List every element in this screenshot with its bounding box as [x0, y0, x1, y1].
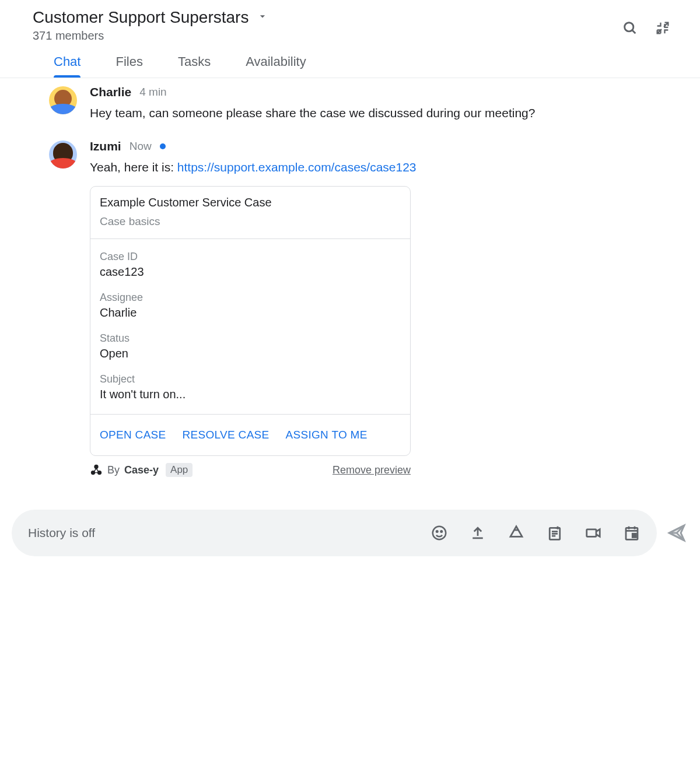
message-timestamp: 4 min [139, 86, 166, 99]
message: Charlie 4 min Hey team, can someone plea… [49, 85, 667, 123]
svg-point-7 [433, 527, 446, 540]
field-value: Charlie [100, 306, 401, 320]
message: Izumi Now Yeah, here it is: https://supp… [49, 139, 667, 478]
collapse-icon[interactable] [654, 20, 671, 36]
field-value: It won't turn on... [100, 388, 401, 401]
open-case-button[interactable]: OPEN CASE [100, 429, 166, 441]
link-preview-card: Example Customer Service Case Case basic… [90, 186, 411, 456]
attribution-by: By [107, 464, 120, 476]
new-indicator-icon [160, 143, 166, 149]
sender-name: Charlie [90, 85, 131, 99]
assign-to-me-button[interactable]: ASSIGN TO ME [286, 429, 368, 441]
remove-preview-link[interactable]: Remove preview [332, 464, 411, 476]
svg-point-9 [441, 531, 443, 532]
upload-icon[interactable] [469, 524, 487, 542]
calendar-icon[interactable] [623, 524, 640, 542]
field-label: Assignee [100, 292, 401, 304]
attribution-app-name: Case-y [124, 464, 159, 476]
tab-tasks[interactable]: Tasks [178, 54, 211, 78]
docs-icon[interactable] [546, 524, 564, 542]
svg-line-1 [632, 30, 636, 34]
sender-name: Izumi [90, 139, 121, 153]
field-value: case123 [100, 265, 401, 279]
field-label: Status [100, 332, 401, 345]
message-text: Yeah, here it is: https://support.exampl… [90, 158, 667, 177]
message-text: Hey team, can someone please share the c… [90, 104, 667, 123]
svg-rect-13 [632, 534, 636, 537]
webhook-icon [90, 464, 103, 476]
avatar[interactable] [49, 86, 77, 114]
space-title[interactable]: Customer Support Superstars [33, 8, 249, 27]
app-badge: App [166, 463, 192, 477]
svg-point-8 [436, 531, 438, 532]
svg-point-0 [625, 23, 634, 31]
composer-placeholder: History is off [28, 526, 430, 540]
send-button[interactable] [665, 521, 688, 545]
tab-availability[interactable]: Availability [246, 54, 306, 78]
drive-icon[interactable] [508, 524, 525, 542]
resolve-case-button[interactable]: RESOLVE CASE [183, 429, 270, 441]
message-timestamp: Now [130, 140, 152, 153]
tab-files[interactable]: Files [116, 54, 142, 78]
svg-point-6 [94, 465, 98, 469]
card-title: Example Customer Service Case [100, 196, 401, 209]
message-composer[interactable]: History is off [12, 510, 657, 556]
message-link[interactable]: https://support.example.com/cases/case12… [177, 160, 416, 174]
video-icon[interactable] [584, 524, 602, 542]
member-count: 371 members [33, 29, 622, 43]
tabs: Chat Files Tasks Availability [0, 43, 700, 78]
card-subtitle: Case basics [100, 215, 401, 228]
field-value: Open [100, 347, 401, 360]
chevron-down-icon[interactable] [257, 10, 268, 24]
message-text-part: Yeah, here it is: [90, 160, 177, 174]
field-label: Subject [100, 373, 401, 385]
emoji-icon[interactable] [430, 524, 448, 542]
search-icon[interactable] [622, 20, 638, 36]
avatar[interactable] [49, 141, 77, 169]
tab-chat[interactable]: Chat [54, 54, 80, 78]
svg-rect-11 [587, 529, 596, 537]
field-label: Case ID [100, 251, 401, 263]
